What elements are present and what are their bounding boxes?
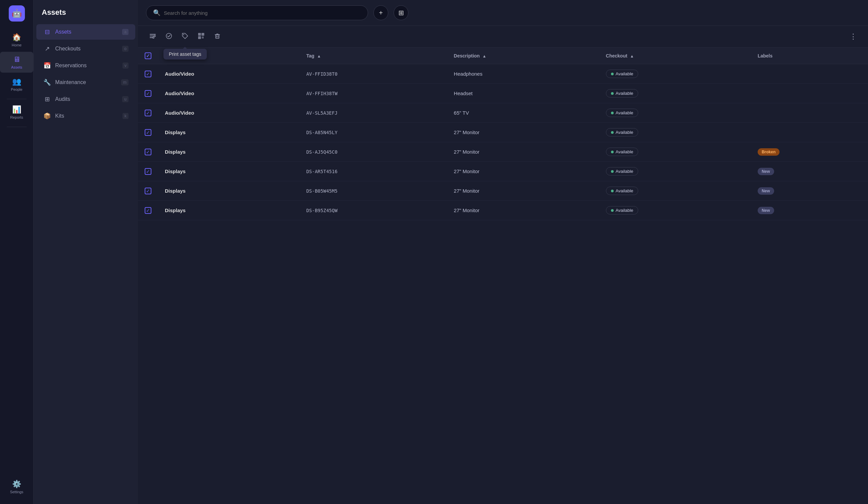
svg-point-6 — [183, 34, 184, 35]
available-dot — [611, 112, 614, 114]
table-row: ✓DisplaysDS-A85N45LY27" MonitorAvailable — [138, 123, 868, 142]
people-icon: 👥 — [12, 77, 21, 86]
print-tags-button[interactable]: Print asset tags — [178, 30, 192, 43]
header-category[interactable]: Category ▲ — [158, 48, 299, 64]
svg-rect-15 — [202, 38, 203, 38]
svg-rect-17 — [216, 35, 219, 38]
sidebar-divider — [7, 99, 27, 99]
cell-labels — [751, 123, 868, 142]
sidebar-item-label: People — [11, 87, 22, 92]
description-sort-icon: ▲ — [483, 54, 486, 59]
cell-checkout: Available — [599, 84, 751, 103]
add-button[interactable]: + — [373, 6, 388, 20]
row-checkbox[interactable]: ✓ — [145, 188, 152, 195]
scan-button[interactable]: ⊞ — [394, 6, 409, 20]
available-dot — [611, 92, 614, 95]
nav-checkouts-label: Checkouts — [55, 46, 118, 52]
row-checkbox[interactable]: ✓ — [145, 71, 152, 77]
sidebar-item-reports[interactable]: 📊 Reports — [0, 102, 33, 123]
row-checkbox[interactable]: ✓ — [145, 207, 152, 214]
add-icon: + — [379, 9, 383, 17]
availability-badge: Available — [606, 206, 639, 214]
tag-label: Tag — [306, 53, 314, 59]
cell-checkout: Available — [599, 123, 751, 142]
search-icon: 🔍 — [153, 9, 161, 17]
nav-item-audits[interactable]: ⊞ Audits u — [36, 92, 135, 107]
header-checkbox[interactable]: ✓ — [138, 48, 158, 64]
nav-assets-key: a — [122, 29, 128, 35]
description-label: Description — [454, 53, 480, 59]
select-all-checkbox[interactable]: ✓ — [145, 52, 152, 59]
cell-tag: AV-FFID38T0 — [299, 64, 447, 84]
cell-tag: DS-AR5T4516 — [299, 162, 447, 181]
header-checkout[interactable]: Checkout ▲ — [599, 48, 751, 64]
available-dot — [611, 151, 614, 153]
cell-checkout: Available — [599, 142, 751, 162]
main-content: 🔍 + ⊞ — [138, 0, 868, 504]
cell-category: Displays — [158, 142, 299, 162]
header-labels: Labels — [751, 48, 868, 64]
label-badge: Broken — [758, 148, 779, 156]
sidebar-item-label: Reports — [10, 115, 23, 119]
nav-assets-label: Assets — [55, 29, 118, 35]
settings-icon: ⚙️ — [12, 480, 21, 489]
table-row: ✓DisplaysDS-AR5T451627" MonitorAvailable… — [138, 162, 868, 181]
assets-icon: 🖥 — [13, 55, 21, 64]
nav-reservations-icon: 📅 — [43, 62, 51, 69]
available-dot — [611, 170, 614, 173]
row-checkbox[interactable]: ✓ — [145, 90, 152, 97]
nav-item-reservations[interactable]: 📅 Reservations v — [36, 58, 135, 73]
nav-item-kits[interactable]: 📦 Kits k — [36, 108, 135, 124]
nav-maintenance-icon: 🔧 — [43, 79, 51, 86]
delete-button[interactable] — [210, 30, 224, 43]
row-checkbox[interactable]: ✓ — [145, 168, 152, 175]
cell-tag: DS-B05W45M5 — [299, 181, 447, 201]
more-options-button[interactable]: ⋮ — [846, 30, 860, 43]
table-row: ✓Audio/VideoAV-FFIH38TWHeadsetAvailable — [138, 84, 868, 103]
cell-category: Displays — [158, 123, 299, 142]
header-tag[interactable]: Tag ▲ — [299, 48, 447, 64]
cell-labels — [751, 64, 868, 84]
nav-item-assets[interactable]: ⊟ Assets a — [36, 24, 135, 40]
category-label: Category — [165, 53, 185, 59]
availability-badge: Available — [606, 108, 639, 117]
sidebar-item-assets[interactable]: 🖥 Assets — [0, 52, 33, 73]
nav-checkouts-icon: ↗ — [43, 45, 51, 52]
approve-button[interactable] — [162, 30, 176, 43]
sidebar: 🤖 🏠 Home 🖥 Assets 👥 People 📊 Reports ⚙️ … — [0, 0, 34, 504]
qr-button[interactable] — [195, 30, 208, 43]
cell-labels: New — [751, 181, 868, 201]
cell-tag: AV-SL5A3EFJ — [299, 103, 447, 123]
cell-labels: New — [751, 201, 868, 220]
search-input[interactable] — [164, 10, 361, 16]
table-body: ✓Audio/VideoAV-FFID38T0HeadphonesAvailab… — [138, 64, 868, 220]
row-checkbox[interactable]: ✓ — [145, 109, 152, 116]
filter-button[interactable] — [146, 30, 159, 43]
availability-badge: Available — [606, 187, 639, 195]
cell-checkout: Available — [599, 64, 751, 84]
cell-checkout: Available — [599, 201, 751, 220]
header-description[interactable]: Description ▲ — [447, 48, 599, 64]
sidebar-item-settings[interactable]: ⚙️ Settings — [0, 476, 33, 497]
availability-badge: Available — [606, 89, 639, 97]
available-dot — [611, 190, 614, 192]
label-badge: New — [758, 187, 774, 195]
table-row: ✓Audio/VideoAV-FFID38T0HeadphonesAvailab… — [138, 64, 868, 84]
svg-rect-10 — [199, 34, 200, 35]
cell-tag: DS-B95Z45QW — [299, 201, 447, 220]
row-checkbox[interactable]: ✓ — [145, 129, 152, 136]
search-bar[interactable]: 🔍 — [146, 6, 368, 20]
table-row: ✓DisplaysDS-AJ5Q45C027" MonitorAvailable… — [138, 142, 868, 162]
nav-item-maintenance[interactable]: 🔧 Maintenance m — [36, 75, 135, 90]
sidebar-item-home[interactable]: 🏠 Home — [0, 30, 33, 50]
cell-description: Headset — [447, 84, 599, 103]
cell-category: Audio/Video — [158, 103, 299, 123]
sidebar-item-people[interactable]: 👥 People — [0, 74, 33, 95]
sidebar-item-label: Home — [12, 43, 22, 47]
nav-item-checkouts[interactable]: ↗ Checkouts o — [36, 41, 135, 56]
checkout-label: Checkout — [606, 53, 628, 59]
cell-category: Displays — [158, 162, 299, 181]
nav-audits-icon: ⊞ — [43, 95, 51, 103]
reports-icon: 📊 — [12, 105, 21, 114]
row-checkbox[interactable]: ✓ — [145, 149, 152, 155]
